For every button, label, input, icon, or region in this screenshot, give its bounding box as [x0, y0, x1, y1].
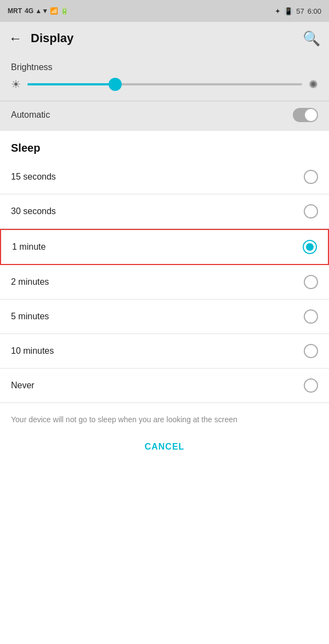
- option-label-never: Never: [11, 381, 35, 390]
- automatic-row: Automatic: [0, 101, 329, 131]
- option-label-1m: 1 minute: [12, 242, 46, 252]
- app-bar-left: ← Display: [9, 31, 73, 46]
- carrier-text: MRT: [8, 7, 22, 15]
- slider-fill: [27, 83, 115, 85]
- option-1m[interactable]: 1 minute: [0, 229, 329, 265]
- brightness-slider[interactable]: [27, 78, 302, 91]
- sleep-title: Sleep: [11, 142, 318, 154]
- battery-text: 57: [296, 7, 304, 15]
- status-right: ✦ 📳 57 6:00: [275, 7, 321, 15]
- automatic-toggle[interactable]: [293, 108, 318, 122]
- page-title: Display: [31, 31, 73, 45]
- bluetooth-icon: ✦: [275, 7, 281, 15]
- status-left: MRT 4G ▲▼ 📶 🔋: [8, 7, 69, 15]
- cancel-button[interactable]: CANCEL: [145, 442, 185, 452]
- sleep-section: Sleep: [0, 131, 329, 154]
- option-10m[interactable]: 10 minutes: [0, 334, 329, 369]
- app-bar: ← Display 🔍: [0, 22, 329, 55]
- slider-thumb[interactable]: [109, 78, 122, 91]
- radio-5m: [304, 309, 318, 324]
- status-bar: MRT 4G ▲▼ 📶 🔋 ✦ 📳 57 6:00: [0, 0, 329, 22]
- footer-note: Your device will not go to sleep when yo…: [0, 403, 329, 431]
- brightness-label: Brightness: [11, 62, 318, 72]
- sun-small-icon: ☀: [11, 78, 21, 91]
- option-15s[interactable]: 15 seconds: [0, 160, 329, 194]
- footer-note-text: Your device will not go to sleep when yo…: [11, 415, 237, 424]
- time-text: 6:00: [308, 7, 321, 15]
- brightness-section: Brightness ☀ ✺: [0, 55, 329, 101]
- option-label-2m: 2 minutes: [11, 277, 49, 287]
- slider-track: [27, 83, 302, 85]
- option-label-5m: 5 minutes: [11, 312, 49, 321]
- radio-inner-1m: [306, 243, 314, 251]
- search-icon[interactable]: 🔍: [303, 30, 320, 47]
- option-list: 15 seconds 30 seconds 1 minute 2 minutes…: [0, 160, 329, 403]
- radio-never: [304, 378, 318, 393]
- toggle-thumb: [305, 109, 317, 121]
- option-2m[interactable]: 2 minutes: [0, 265, 329, 300]
- signal-icons: 4G ▲▼ 📶 🔋: [25, 7, 69, 15]
- radio-15s: [304, 170, 318, 184]
- option-label-30s: 30 seconds: [11, 206, 56, 216]
- sun-large-icon: ✺: [309, 78, 318, 91]
- radio-1m: [303, 240, 317, 254]
- option-never[interactable]: Never: [0, 369, 329, 403]
- option-5m[interactable]: 5 minutes: [0, 300, 329, 334]
- option-label-10m: 10 minutes: [11, 346, 54, 356]
- radio-2m: [304, 275, 318, 289]
- brightness-row: ☀ ✺: [11, 78, 318, 91]
- radio-30s: [304, 204, 318, 219]
- vibrate-icon: 📳: [284, 7, 293, 15]
- option-label-15s: 15 seconds: [11, 172, 56, 182]
- radio-10m: [304, 344, 318, 358]
- automatic-label: Automatic: [11, 110, 50, 120]
- cancel-row: CANCEL: [0, 431, 329, 463]
- option-30s[interactable]: 30 seconds: [0, 194, 329, 229]
- back-button[interactable]: ←: [9, 31, 22, 46]
